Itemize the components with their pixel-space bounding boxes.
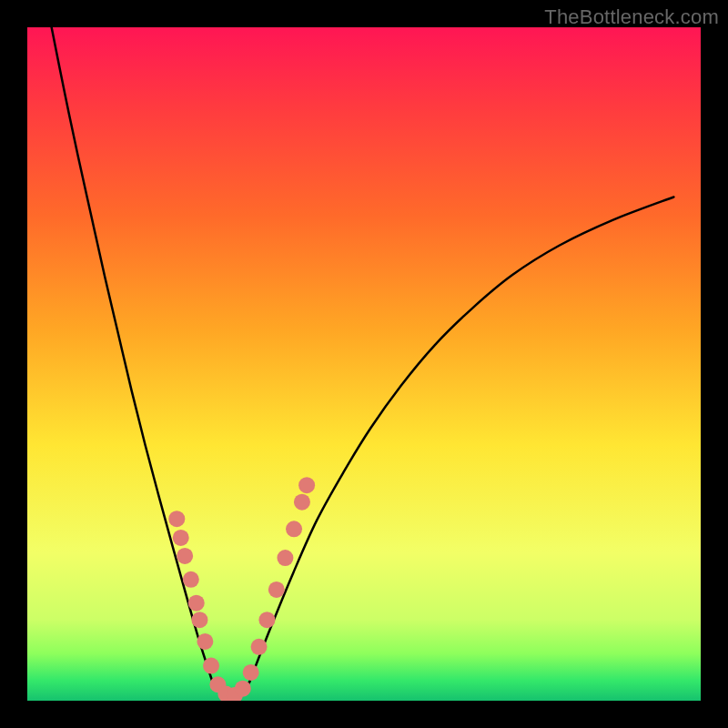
marker-dot: [203, 658, 219, 674]
marker-dot: [188, 595, 205, 612]
marker-dot: [268, 581, 285, 598]
marker-dot: [294, 494, 310, 511]
plot-area: [27, 27, 701, 701]
marker-dot: [197, 633, 213, 650]
chart-svg: [27, 27, 701, 701]
marker-dot: [258, 612, 275, 628]
chart-frame: TheBottleneck.com: [0, 0, 728, 728]
marker-dot: [298, 477, 315, 493]
watermark-text: TheBottleneck.com: [544, 5, 719, 29]
marker-dot: [243, 664, 259, 681]
marker-dot: [173, 530, 189, 546]
chart-background: [27, 27, 701, 701]
marker-dot: [177, 548, 193, 564]
marker-dot: [277, 550, 293, 566]
marker-dot: [235, 681, 251, 697]
marker-dot: [286, 521, 302, 537]
marker-dot: [168, 511, 185, 527]
marker-dot: [191, 612, 207, 628]
marker-dot: [183, 571, 199, 588]
marker-dot: [251, 639, 268, 655]
